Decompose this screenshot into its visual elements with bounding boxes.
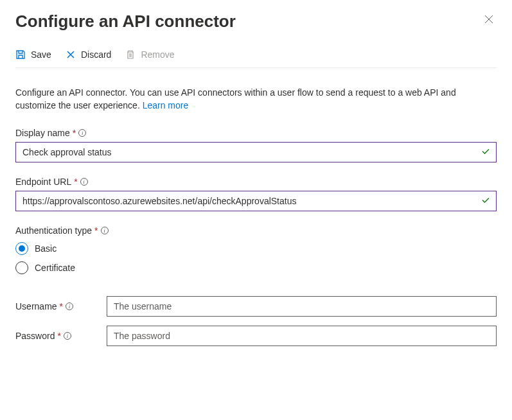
description: Configure an API connector. You can use … [15, 86, 497, 112]
page-title: Configure an API connector [15, 12, 236, 31]
discard-icon [66, 49, 76, 60]
discard-label: Discard [81, 49, 111, 60]
radio-label-basic: Basic [35, 243, 57, 254]
toolbar: Save Discard Remove [15, 49, 497, 68]
auth-type-label: Authentication type [15, 225, 92, 236]
remove-button: Remove [125, 49, 174, 60]
display-name-input[interactable] [15, 142, 497, 162]
info-icon[interactable]: i [78, 129, 86, 137]
username-label: Username [15, 301, 57, 311]
auth-type-basic-radio[interactable]: Basic [15, 242, 497, 255]
save-icon [15, 49, 26, 60]
learn-more-link[interactable]: Learn more [143, 100, 189, 110]
discard-button[interactable]: Discard [66, 49, 111, 60]
radio-circle [15, 261, 28, 274]
password-input[interactable] [107, 326, 497, 346]
save-button[interactable]: Save [15, 49, 51, 60]
display-name-label: Display name [15, 128, 70, 138]
required-indicator: * [74, 177, 77, 187]
info-icon[interactable]: i [101, 227, 109, 234]
required-indicator: * [73, 128, 76, 138]
info-icon[interactable]: i [66, 302, 73, 310]
required-indicator: * [60, 301, 63, 311]
close-button[interactable] [481, 12, 497, 29]
info-icon[interactable]: i [64, 332, 71, 340]
required-indicator: * [57, 331, 60, 341]
info-icon[interactable]: i [80, 178, 88, 186]
username-input[interactable] [107, 296, 497, 317]
remove-label: Remove [141, 49, 174, 60]
endpoint-url-label: Endpoint URL [15, 177, 71, 187]
auth-type-radio-group: Basic Certificate [15, 242, 497, 274]
auth-type-certificate-radio[interactable]: Certificate [15, 261, 497, 274]
endpoint-url-input[interactable] [15, 191, 497, 211]
close-icon [484, 14, 494, 24]
required-indicator: * [94, 225, 98, 236]
save-label: Save [31, 49, 51, 60]
password-label: Password [15, 331, 55, 341]
radio-circle [15, 242, 28, 255]
remove-icon [125, 49, 136, 60]
description-text: Configure an API connector. You can use … [15, 87, 456, 110]
radio-label-certificate: Certificate [35, 263, 75, 273]
